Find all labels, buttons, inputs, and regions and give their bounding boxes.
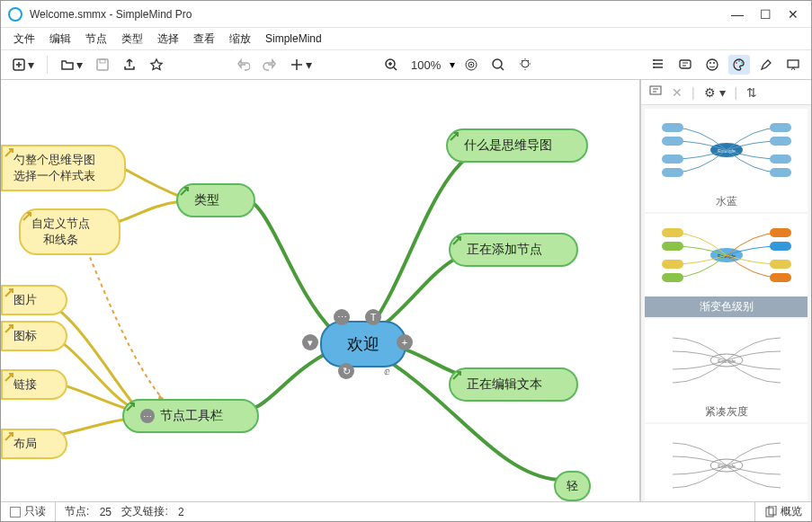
menu-node[interactable]: 节点 [80, 30, 112, 49]
favorite-button[interactable] [146, 55, 167, 75]
side-close-button[interactable]: ✕ [672, 85, 683, 100]
handle-text[interactable]: T [365, 309, 381, 325]
node-editing[interactable]: 正在编辑文本 [449, 367, 578, 402]
window-title: Welcome.smmx - SimpleMind Pro [30, 8, 731, 21]
minimize-button[interactable]: — [731, 7, 744, 22]
svg-point-13 [707, 59, 718, 70]
link-icon [42, 378, 55, 391]
app-window: Welcome.smmx - SimpleMind Pro — ☐ ✕ 文件 编… [0, 0, 812, 522]
svg-point-8 [522, 60, 529, 67]
node-pic[interactable]: 图片 [1, 285, 67, 315]
side-sort-button[interactable]: ⇅ [746, 85, 757, 100]
search-button[interactable] [487, 55, 509, 75]
checkbox-icon [10, 507, 21, 518]
svg-text:Example: Example [718, 148, 736, 154]
handle-epsilon[interactable]: ⅇ [379, 363, 395, 379]
svg-rect-21 [650, 86, 661, 94]
link-icon [42, 438, 55, 450]
overview-button[interactable]: 概览 [754, 502, 811, 521]
emoji-panel-button[interactable] [701, 55, 723, 75]
content: 欢迎 ⋯ T ▾ + ↻ ⅇ 什么是思维导图 正在添加节点 正在编辑文本 轻 类… [1, 80, 811, 501]
style-panel-button[interactable] [728, 55, 750, 75]
svg-point-7 [493, 59, 502, 68]
mindmap-canvas[interactable]: 欢迎 ⋯ T ▾ + ↻ ⅇ 什么是思维导图 正在添加节点 正在编辑文本 轻 类… [1, 80, 640, 501]
new-button[interactable]: ▾ [8, 55, 38, 75]
close-button[interactable]: ✕ [788, 7, 799, 22]
side-toolbar: ✕ | ⚙ ▾ | ⇅ [641, 80, 811, 105]
menu-file[interactable]: 文件 [8, 30, 40, 49]
notes-panel-button[interactable] [674, 55, 696, 75]
node-adding[interactable]: 正在添加节点 [449, 233, 578, 267]
svg-point-18 [741, 62, 743, 64]
theme-item[interactable]: Example紧凑灰度 [645, 319, 808, 422]
open-button[interactable]: ▾ [57, 55, 86, 75]
menu-type[interactable]: 类型 [116, 30, 148, 49]
theme-item[interactable]: Example [645, 424, 808, 501]
node-icon[interactable]: 图标 [1, 321, 67, 351]
add-button[interactable]: ▾ [286, 55, 316, 75]
svg-text:Example: Example [718, 464, 736, 469]
maximize-button[interactable]: ☐ [760, 7, 772, 22]
node-link[interactable]: 链接 [1, 369, 67, 400]
target-button[interactable] [460, 55, 482, 75]
node-what-is-mindmap[interactable]: 什么是思维导图 [446, 128, 588, 163]
svg-rect-12 [680, 60, 691, 68]
link-icon [548, 378, 560, 391]
side-edit-button[interactable] [648, 84, 663, 101]
theme-preview: Example [645, 319, 808, 402]
zoom-level[interactable]: 100% [407, 56, 444, 75]
menu-simplemind[interactable]: SimpleMind [260, 31, 327, 47]
svg-rect-28 [770, 123, 791, 132]
svg-point-6 [470, 64, 472, 66]
theme-label: 紧凑灰度 [645, 402, 808, 422]
handle-refresh[interactable]: ↻ [338, 363, 354, 379]
menu-edit[interactable]: 编辑 [44, 30, 76, 49]
svg-rect-35 [662, 242, 683, 251]
svg-rect-26 [662, 155, 683, 164]
outline-panel-button[interactable] [647, 55, 669, 75]
svg-rect-27 [662, 168, 683, 177]
node-type[interactable]: 类型 [176, 183, 255, 217]
svg-rect-37 [662, 273, 683, 282]
readonly-toggle[interactable]: 只读 [1, 502, 56, 521]
theme-preview: Example [645, 214, 808, 296]
highlighter-button[interactable] [755, 55, 777, 75]
svg-text:Example: Example [718, 358, 736, 364]
theme-item[interactable]: Example渐变色级别 [645, 214, 808, 317]
presentation-button[interactable] [782, 55, 804, 75]
handle-options[interactable]: ⋯ [334, 309, 350, 325]
node-layout[interactable]: 布局 [1, 429, 67, 459]
app-icon [8, 7, 22, 22]
handle-add[interactable]: + [397, 334, 413, 350]
theme-item[interactable]: Example水蓝 [645, 109, 808, 212]
link-icon [228, 410, 241, 422]
menu-select[interactable]: 选择 [152, 30, 184, 49]
svg-rect-24 [662, 123, 683, 132]
svg-rect-19 [788, 60, 799, 67]
svg-point-14 [709, 62, 711, 64]
redo-button[interactable] [259, 55, 281, 75]
menu-view[interactable]: 查看 [188, 30, 220, 49]
svg-text:Example: Example [718, 253, 736, 259]
menu-zoom[interactable]: 缩放 [224, 30, 256, 49]
idea-button[interactable] [514, 55, 536, 75]
svg-rect-29 [770, 137, 791, 146]
node-toolbar[interactable]: ⋯节点工具栏 [122, 399, 259, 433]
svg-point-17 [738, 60, 740, 62]
node-custom[interactable]: 自定义节点 和线条 [19, 208, 120, 255]
side-settings-button[interactable]: ⚙ ▾ [704, 85, 726, 100]
svg-rect-36 [662, 260, 683, 269]
undo-button[interactable] [232, 55, 254, 75]
svg-rect-39 [770, 242, 791, 251]
zoom-button[interactable] [380, 55, 402, 75]
share-button[interactable] [119, 55, 140, 75]
handle-collapse[interactable]: ▾ [302, 334, 318, 350]
node-light[interactable]: 轻 [554, 471, 591, 501]
node-root[interactable]: 欢迎 [320, 321, 406, 367]
theme-list[interactable]: Example水蓝Example渐变色级别Example紧凑灰度Example [641, 105, 811, 501]
save-button[interactable] [92, 55, 113, 75]
svg-rect-41 [770, 273, 791, 282]
svg-rect-25 [662, 137, 683, 146]
svg-point-16 [736, 62, 737, 64]
node-style-whole[interactable]: 勺整个思维导图 选择一个样式表 [1, 145, 126, 191]
